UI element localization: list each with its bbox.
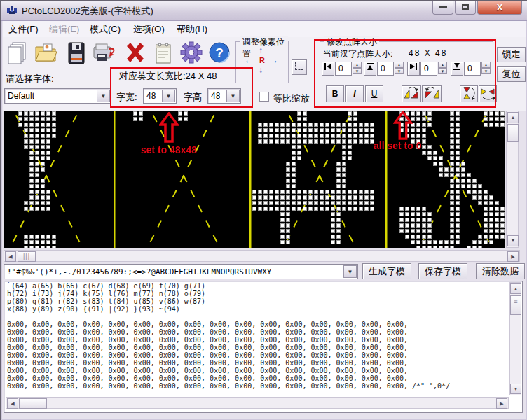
margin-right-updown[interactable]: ▲▼ (438, 62, 447, 76)
delete-icon[interactable] (123, 41, 147, 66)
chevron-down-icon[interactable]: ▼ (343, 265, 357, 278)
close-button[interactable]: X (477, 1, 522, 15)
margin-top-icon[interactable] (364, 62, 376, 76)
current-size-value: 48 X 48 (409, 48, 447, 58)
scale-checkbox-label: 等比缩放 (273, 92, 310, 105)
char-list-value: !"#$%&'()*+,-./0123456789:;<=>?@ABCDEFGH… (7, 267, 272, 276)
font-data-output[interactable]: `(64) a(65) b(66) c(67) d(68) e(69) f(70… (4, 281, 523, 413)
bold-button[interactable]: B (326, 85, 344, 102)
export-icon[interactable] (93, 41, 116, 66)
open-file-icon[interactable] (34, 41, 57, 66)
char-width-combo[interactable]: 48 ▼ (143, 88, 177, 104)
flip-vertical-icon[interactable] (460, 85, 478, 102)
save-icon[interactable] (64, 41, 88, 66)
margin-right-spinner: 0 ▲▼ (407, 62, 448, 76)
minimize-icon (439, 6, 447, 8)
scroll-up-icon[interactable]: ▲ (510, 284, 521, 294)
annotation-all0: all set to 0 (374, 140, 421, 151)
chevron-down-icon[interactable]: ▼ (162, 90, 175, 102)
margin-right-icon[interactable] (407, 62, 420, 76)
margin-right-field[interactable]: 0 (420, 62, 437, 76)
move-up-icon[interactable]: ↑ (259, 46, 263, 55)
help-icon[interactable]: ? (207, 41, 231, 66)
menu-file[interactable]: 文件(F) (8, 23, 39, 36)
editor-vscroll-thumb[interactable] (507, 124, 519, 142)
editor-hscroll-thumb[interactable]: ||| (18, 251, 36, 262)
char-width-label: 字宽: (116, 91, 137, 104)
output-hscroll-thumb[interactable] (19, 398, 47, 409)
editor-vscrollbar[interactable]: ▲ ▼ (506, 111, 519, 248)
menu-mode[interactable]: 模式(C) (90, 23, 121, 36)
app-icon (6, 5, 18, 16)
margin-bottom-updown[interactable]: ▲▼ (481, 62, 491, 76)
margin-left-field[interactable]: 0 (335, 62, 352, 76)
scroll-right-icon[interactable]: ▶ (496, 398, 507, 409)
toolbar: ? 请选择字体: Default ▼ 对应英文长宽比:24 X 48 字宽: 4… (3, 37, 526, 111)
annotation-set48: set to 48x48 (141, 144, 197, 155)
save-font-button[interactable]: 保存字模 (418, 263, 467, 279)
selection-box-button[interactable] (292, 59, 307, 75)
char-height-combo[interactable]: 48 ▼ (207, 88, 241, 104)
title-bar[interactable]: PCtoLCD2002完美版-(字符模式) X (1, 1, 527, 21)
menu-bar: 文件(F) 编辑(E) 模式(C) 选项(O) 帮助(H) (3, 21, 526, 38)
output-text: `(64) a(65) b(66) c(67) d(68) e(69) f(70… (7, 282, 450, 390)
menu-options[interactable]: 选项(O) (133, 23, 165, 36)
annotation-arrow-up-icon (159, 112, 179, 143)
menu-help[interactable]: 帮助(H) (177, 23, 207, 36)
scroll-right-icon[interactable]: ▶ (507, 251, 519, 262)
minimize-button[interactable] (432, 1, 453, 15)
output-vscrollbar[interactable]: ▲ ≡ ▼ (509, 282, 521, 396)
notepad-icon[interactable] (151, 41, 175, 66)
margin-left-spinner: 0 ▲▼ (322, 62, 362, 76)
clear-data-button[interactable]: 清除数据 (476, 263, 525, 279)
font-select-label: 请选择字体: (6, 73, 54, 85)
move-down-icon[interactable]: ↓ (259, 66, 263, 74)
dot-size-group: 修改点阵大小 当前汉字点阵大小: 48 X 48 0 ▲▼ 0 ▲▼ 0 ▲▼ (320, 41, 493, 107)
settings-gear-icon[interactable] (179, 41, 203, 66)
editor-hscrollbar[interactable]: ◀ ||| ▶ (4, 250, 520, 262)
reset-position-button[interactable]: R (259, 56, 265, 64)
pixel-editor-canvas[interactable] (4, 111, 505, 248)
current-size-label: 当前汉字点阵大小: (323, 48, 392, 60)
scroll-down-icon[interactable]: ▼ (510, 384, 521, 394)
scroll-down-icon[interactable]: ▼ (507, 235, 519, 246)
new-file-icon[interactable] (6, 41, 29, 66)
margin-bottom-field[interactable]: 0 (464, 62, 481, 76)
scroll-up-icon[interactable]: ▲ (507, 112, 519, 123)
menu-edit[interactable]: 编辑(E) (49, 23, 79, 36)
dashed-box-icon (295, 62, 303, 70)
italic-button[interactable]: I (345, 85, 364, 102)
rotate-left-icon[interactable] (402, 85, 421, 102)
lock-button[interactable]: 锁定 (497, 47, 526, 62)
maximize-button[interactable] (455, 1, 476, 15)
margin-top-spinner: 0 ▲▼ (364, 62, 404, 76)
maximize-icon (462, 4, 469, 10)
scroll-left-icon[interactable]: ◀ (5, 251, 16, 262)
flip-horizontal-icon[interactable] (479, 85, 497, 102)
svg-text:?: ? (215, 46, 224, 60)
reset-button[interactable]: 复位 (497, 66, 526, 82)
margin-top-field[interactable]: 0 (377, 62, 394, 76)
chevron-down-icon[interactable]: ▼ (226, 90, 240, 102)
ratio-label: 对应英文长宽比:24 X 48 (119, 70, 217, 83)
margin-left-updown[interactable]: ▲▼ (353, 62, 362, 76)
output-hscrollbar[interactable]: ◀ ▶ (6, 397, 509, 409)
output-vscroll-thumb[interactable]: ≡ (510, 295, 521, 315)
underline-button[interactable]: U (365, 85, 383, 102)
pixel-editor: set to 48x48 all set to 0 (4, 111, 505, 248)
font-select-combo[interactable]: Default ▼ (4, 88, 111, 104)
move-right-icon[interactable]: → (270, 56, 278, 64)
char-list-combo[interactable]: !"#$%&'()*+,-./0123456789:;<=>?@ABCDEFGH… (4, 264, 358, 279)
move-left-icon[interactable]: ← (245, 56, 253, 64)
window-title: PCtoLCD2002完美版-(字符模式) (22, 5, 153, 18)
annotation-arrow-up-icon (393, 111, 413, 140)
margin-top-updown[interactable]: ▲▼ (395, 62, 404, 76)
scale-checkbox[interactable] (259, 92, 269, 102)
scroll-left-icon[interactable]: ◀ (7, 398, 18, 409)
margin-bottom-icon[interactable] (451, 62, 463, 76)
char-height-label: 字高 (184, 91, 202, 104)
rotate-right-icon[interactable] (422, 85, 442, 102)
chevron-down-icon[interactable]: ▼ (97, 90, 110, 102)
margin-left-icon[interactable] (322, 62, 334, 76)
generate-font-button[interactable]: 生成字模 (362, 263, 411, 279)
